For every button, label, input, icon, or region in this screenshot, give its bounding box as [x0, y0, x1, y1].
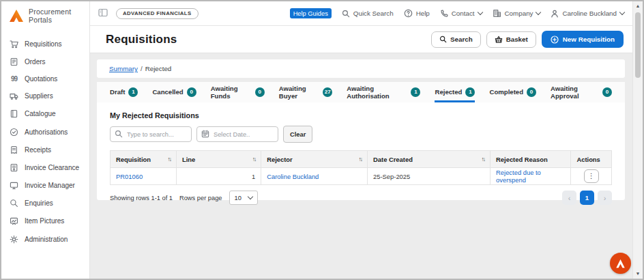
top-bar: ADVANCED FINANCIALS Help Guides Quick Se… — [90, 1, 632, 26]
chevron-down-icon — [248, 194, 253, 199]
cart-icon — [10, 40, 18, 48]
tab-awaiting-funds[interactable]: Awaiting Funds 0 — [211, 82, 265, 102]
sidebar-item-quotations[interactable]: 99 Quotations — [1, 70, 89, 87]
previous-page-button[interactable]: ‹ — [562, 191, 576, 205]
tab-label: Completed — [489, 88, 523, 96]
vertical-scrollbar[interactable]: ▲ ▼ — [632, 1, 643, 279]
tab-completed[interactable]: Completed 0 — [489, 82, 536, 102]
column-header-requisition[interactable]: Requisition ↑↓ — [111, 151, 177, 168]
basket-button[interactable]: Basket — [486, 31, 536, 48]
tab-count-badge: 27 — [323, 87, 332, 97]
table-row: PR01060 1 Caroline Buckland 25-Sep-2025 … — [111, 168, 612, 185]
column-header-actions: Actions — [571, 151, 612, 168]
help-menu[interactable]: Help — [404, 9, 430, 18]
monitor-icon — [10, 181, 18, 190]
sidebar-item-receipts[interactable]: Receipts — [1, 141, 89, 158]
status-tabs: Draft 1 Cancelled 0 Awaiting Funds 0 Awa… — [97, 82, 625, 102]
sidebar-toggle-icon[interactable] — [98, 8, 108, 20]
sidebar-item-item-pictures[interactable]: Item Pictures — [1, 212, 89, 230]
search-button-label: Search — [450, 36, 473, 43]
next-page-button[interactable]: › — [598, 191, 612, 205]
tab-label: Draft — [110, 88, 125, 96]
picture-icon — [10, 216, 18, 225]
sidebar-item-invoice-clearance[interactable]: Invoice Clearance — [1, 158, 89, 176]
sidebar-item-suppliers[interactable]: Suppliers — [1, 87, 89, 105]
sidebar-item-label: Requisitions — [25, 40, 61, 48]
tab-count-badge: 1 — [465, 87, 475, 97]
tab-awaiting-buyer[interactable]: Awaiting Buyer 27 — [279, 82, 332, 102]
search-button[interactable]: Search — [431, 31, 481, 48]
sidebar-item-orders[interactable]: Orders — [1, 53, 89, 70]
chevron-down-icon — [536, 10, 541, 15]
tab-draft[interactable]: Draft 1 — [110, 82, 138, 102]
basket-button-label: Basket — [506, 36, 528, 43]
document-icon — [10, 57, 18, 66]
sidebar-item-authorisations[interactable]: Authorisations — [1, 123, 89, 141]
app-window: Procurement Portals Requisitions Orders … — [0, 0, 644, 280]
check-circle-icon — [10, 128, 18, 137]
receipt-icon — [10, 145, 18, 154]
scrollbar-thumb[interactable] — [635, 12, 641, 78]
sidebar-item-label: Receipts — [25, 146, 51, 154]
tab-count-badge: 1 — [411, 87, 420, 97]
sort-icon[interactable]: ↑↓ — [168, 156, 171, 163]
sidebar-item-enquiries[interactable]: Enquiries — [1, 195, 89, 212]
sidebar-item-label: Catalogue — [25, 110, 56, 117]
tab-rejected[interactable]: Rejected 1 — [435, 82, 475, 102]
column-header-rejected-reason: Rejected Reason — [491, 151, 571, 168]
user-menu[interactable]: Caroline Buckland — [551, 10, 624, 18]
quote-icon: 99 — [10, 75, 18, 83]
rejected-reason-link[interactable]: Rejected due to overspend — [491, 168, 571, 185]
sidebar-item-invoice-manager[interactable]: Invoice Manager — [1, 177, 89, 195]
row-actions-kebab-button[interactable]: ⋮ — [584, 169, 599, 183]
topbar-actions: Help Guides Quick Search Help Contact Co… — [290, 8, 624, 18]
clear-filters-button[interactable]: Clear — [283, 126, 312, 143]
product-badge: ADVANCED FINANCIALS — [116, 8, 199, 19]
new-requisition-label: New Requisition — [563, 36, 615, 43]
sidebar: Procurement Portals Requisitions Orders … — [1, 1, 90, 279]
gear-icon — [10, 235, 18, 244]
rows-per-page-select[interactable]: 10 — [229, 191, 258, 205]
brand-floating-button[interactable] — [610, 253, 631, 274]
column-header-line[interactable]: Line ↑↓ — [177, 151, 261, 168]
brand-chevron-icon — [615, 259, 626, 268]
rows-per-page-value: 10 — [235, 195, 241, 201]
sidebar-item-label: Quotations — [25, 75, 57, 83]
column-header-rejector[interactable]: Rejector ↑↓ — [261, 151, 368, 168]
company-menu[interactable]: Company — [493, 9, 541, 18]
requisition-link[interactable]: PR01060 — [111, 168, 177, 185]
invoice-icon — [10, 163, 18, 172]
sidebar-item-label: Orders — [25, 58, 46, 66]
scroll-up-arrow-icon[interactable]: ▲ — [633, 1, 643, 11]
rows-per-page-label: Rows per page — [179, 195, 222, 201]
sidebar-item-administration[interactable]: Administration — [1, 230, 89, 248]
table-header-row: Requisition ↑↓ Line ↑↓ Rejector ↑↓ Date … — [111, 151, 612, 168]
tab-label: Cancelled — [152, 88, 183, 96]
column-header-date-created[interactable]: Date Created ↑↓ — [368, 151, 491, 168]
quick-search-label: Quick Search — [353, 10, 394, 17]
plus-circle-icon — [551, 36, 559, 44]
breadcrumb-summary-link[interactable]: Summary — [109, 65, 138, 72]
scroll-down-arrow-icon[interactable]: ▼ — [633, 269, 643, 279]
app-logo[interactable]: Procurement Portals — [1, 1, 89, 31]
sort-icon[interactable]: ↑↓ — [252, 156, 256, 163]
tab-awaiting-approval[interactable]: Awaiting Approval 0 — [551, 82, 612, 102]
sidebar-item-catalogue[interactable]: Catalogue — [1, 105, 89, 123]
contact-label: Contact — [452, 10, 475, 17]
quick-search[interactable]: Quick Search — [342, 10, 394, 18]
page-title: Requisitions — [106, 33, 177, 46]
tab-awaiting-authorisation[interactable]: Awaiting Authorisation 1 — [347, 82, 420, 102]
tab-cancelled[interactable]: Cancelled 0 — [152, 82, 196, 102]
sidebar-item-label: Suppliers — [25, 92, 53, 100]
help-guides-button[interactable]: Help Guides — [290, 8, 332, 18]
sort-icon[interactable]: ↑↓ — [359, 156, 362, 163]
sort-icon[interactable]: ↑↓ — [482, 156, 485, 163]
tab-count-badge: 0 — [255, 87, 265, 97]
new-requisition-button[interactable]: New Requisition — [542, 31, 624, 48]
page-1-button[interactable]: 1 — [580, 191, 594, 205]
sidebar-item-requisitions[interactable]: Requisitions — [1, 35, 89, 53]
line-cell: 1 — [177, 168, 261, 185]
contact-menu[interactable]: Contact — [440, 10, 482, 18]
rejector-link[interactable]: Caroline Buckland — [261, 168, 368, 185]
basket-icon — [495, 36, 503, 44]
